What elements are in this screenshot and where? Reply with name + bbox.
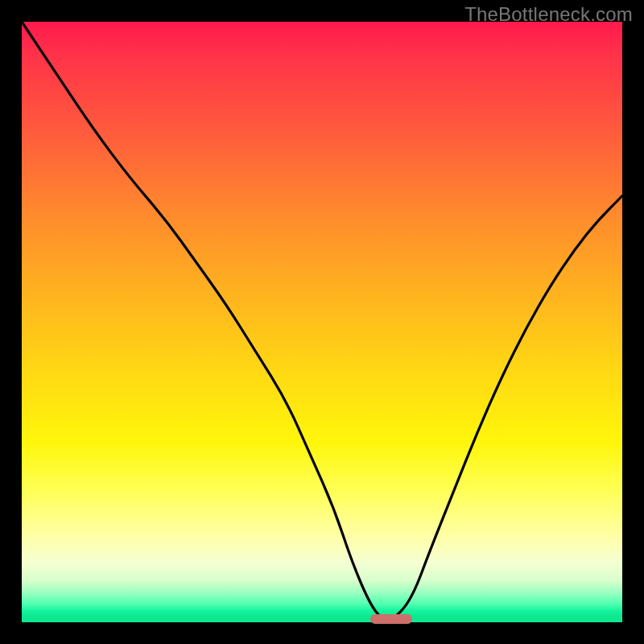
chart-frame: TheBottleneck.com bbox=[0, 0, 644, 644]
bottleneck-curve bbox=[22, 22, 622, 622]
optimum-marker bbox=[370, 614, 412, 624]
watermark-text: TheBottleneck.com bbox=[464, 3, 633, 26]
